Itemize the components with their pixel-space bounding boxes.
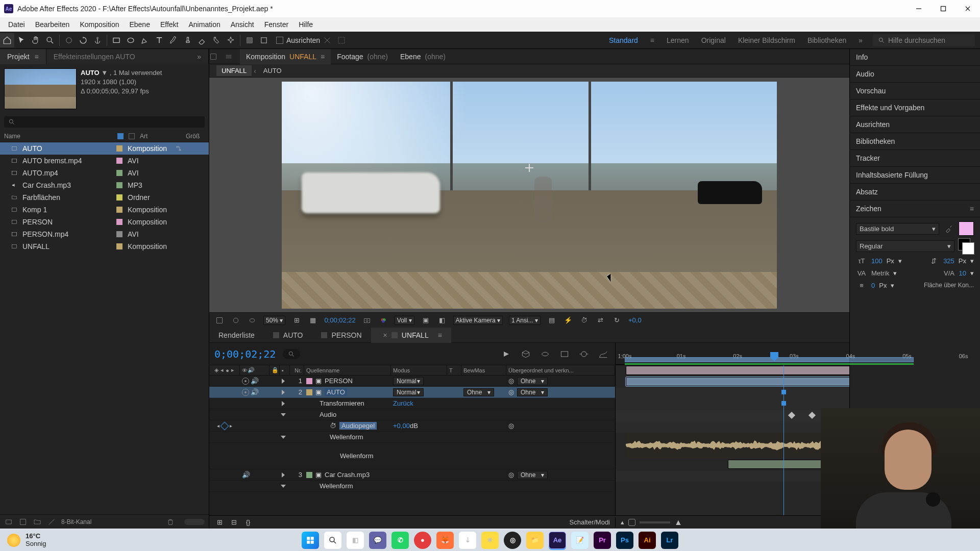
pickwhip-icon[interactable]: ◎ [508, 471, 514, 479]
stroke-fill-select[interactable]: Fläche über Kon... [924, 282, 974, 289]
adjust-icon[interactable] [47, 517, 56, 527]
panel-effects[interactable]: Effekte und Vorgaben [850, 99, 980, 116]
timeline-layer-row[interactable]: 🔊 3 ▣Car Crash.mp3 ◎Ohne ▾ [209, 469, 615, 481]
project-row[interactable]: UNFALL Komposition [0, 240, 209, 253]
taskbar-whatsapp[interactable]: ✆ [391, 532, 409, 549]
font-size-input[interactable]: 100 [871, 257, 883, 265]
workspace-standard[interactable]: Standard [609, 36, 638, 44]
timeline-button-icon[interactable]: ⏱ [579, 315, 590, 325]
project-row[interactable]: AUTO Komposition [0, 142, 209, 155]
twirl-icon[interactable] [281, 413, 286, 416]
taskbar-firefox[interactable]: 🦊 [436, 532, 454, 549]
project-row[interactable]: AUTO bremst.mp4 AVI [0, 155, 209, 167]
taskbar-explorer[interactable]: 📁 [526, 532, 544, 549]
trash-icon[interactable] [166, 517, 175, 527]
label-swatch[interactable] [116, 231, 122, 237]
rotate-tool[interactable] [76, 33, 90, 47]
roto-tool[interactable] [209, 33, 224, 47]
track-bar[interactable] [626, 366, 849, 375]
blend-mode-select[interactable]: Normal ▾ [393, 377, 424, 385]
menu-view[interactable]: Ansicht [226, 18, 259, 31]
interpret-footage-icon[interactable] [4, 517, 13, 527]
taskbar-photoshop[interactable]: Ps [616, 532, 633, 549]
anchor-tool[interactable] [90, 33, 105, 47]
label-swatch[interactable] [116, 194, 122, 201]
menu-window[interactable]: Fenster [259, 18, 293, 31]
mask-toggle-icon[interactable] [247, 315, 257, 325]
taskbar-chat[interactable]: 💬 [369, 532, 386, 549]
workspace-learn[interactable]: Lernen [667, 36, 689, 44]
kf-prev-icon[interactable]: ◂ [217, 423, 219, 429]
orbit-tool[interactable] [62, 33, 76, 47]
taskbar-taskview[interactable]: ◧ [347, 532, 364, 549]
home-tool[interactable] [0, 33, 14, 47]
reset-link[interactable]: Zurück [393, 399, 413, 407]
fill-swatch[interactable] [242, 33, 257, 47]
composition-viewer-tab[interactable]: Komposition UNFALL ≡ [240, 49, 331, 64]
taskbar-obs[interactable]: ◎ [504, 532, 521, 549]
parent-select[interactable]: Ohne ▾ [517, 388, 548, 396]
twirl-icon[interactable] [281, 436, 286, 439]
project-column-header[interactable]: Name Art Größ [0, 131, 209, 142]
pickwhip-icon[interactable]: ◎ [508, 377, 514, 385]
keyframe-icon[interactable] [808, 412, 816, 419]
workspace-original[interactable]: Original [701, 36, 726, 44]
eye-icon[interactable] [242, 389, 249, 396]
crumb-auto[interactable]: AUTO [258, 65, 287, 76]
speaker-icon[interactable]: 🔊 [242, 471, 250, 479]
panel-info[interactable]: Info [850, 49, 980, 66]
taskbar-app2[interactable]: ☀ [481, 532, 499, 549]
timeline-layer-row[interactable]: 🔊 2 ▣AUTO Normal ▾ Ohne ▾ ◎Ohne ▾ [209, 387, 615, 398]
ellipse-tool[interactable] [124, 33, 138, 47]
panel-libraries[interactable]: Bibliotheken [850, 133, 980, 150]
label-swatch[interactable] [116, 170, 122, 176]
label-swatch[interactable] [116, 182, 122, 188]
resolution-select[interactable]: Voll ▾ [395, 316, 414, 325]
layer-viewer-tab[interactable]: Ebene (ohne) [394, 49, 452, 64]
speaker-icon[interactable]: 🔊 [251, 388, 259, 396]
camera-select[interactable]: Aktive Kamera ▾ [453, 316, 503, 325]
eraser-tool[interactable] [195, 33, 209, 47]
workspace-libraries[interactable]: Bibliotheken [807, 36, 846, 44]
playhead-line[interactable] [783, 365, 784, 515]
menu-layer[interactable]: Ebene [124, 18, 155, 31]
eyedropper-icon[interactable] [943, 224, 954, 233]
taskbar-app3[interactable]: 📝 [571, 532, 589, 549]
label-swatch[interactable] [116, 145, 122, 152]
prop-waveform[interactable]: Wellenform [209, 432, 615, 443]
menu-animation[interactable]: Animation [183, 18, 225, 31]
leading-input[interactable]: 325 [943, 257, 954, 265]
project-item-list[interactable]: AUTO Komposition AUTO bremst.mp4 AVI AUT… [0, 142, 209, 514]
stroke-swatch[interactable] [257, 33, 271, 47]
stamp-tool[interactable] [181, 33, 195, 47]
speaker-icon[interactable]: 🔊 [251, 377, 259, 385]
tl-tab-render[interactable]: Renderliste [209, 328, 264, 343]
transp-grid-icon[interactable]: ▣ [421, 315, 431, 325]
composition-viewer[interactable] [209, 78, 849, 312]
panel-tracker[interactable]: Tracker [850, 150, 980, 167]
prop-audiolevel[interactable]: ◂▸ ⏱Audiopegel +0,00dB ◎ [209, 420, 615, 432]
label-swatch[interactable] [116, 207, 122, 213]
brush-tool[interactable] [166, 33, 181, 47]
tl-tab-unfall[interactable]: ×UNFALL≡ [371, 328, 451, 343]
toggle-transfer-icon[interactable]: ⊟ [229, 517, 239, 528]
switch-mode-label[interactable]: Schalter/Modi [570, 518, 610, 526]
project-row[interactable]: Komp 1 Komposition [0, 204, 209, 216]
exposure-value[interactable]: +0,0 [628, 316, 642, 324]
prop-transform[interactable]: Transformieren Zurück [209, 398, 615, 409]
panel-character[interactable]: Zeichen≡ [850, 201, 980, 217]
label-swatch[interactable] [116, 243, 122, 249]
project-search-toggle[interactable] [184, 519, 205, 525]
comp-flow-toggle[interactable] [209, 53, 225, 61]
kf-next-icon[interactable]: ▸ [230, 423, 232, 429]
new-comp-icon[interactable] [18, 517, 28, 527]
taskbar-illustrator[interactable]: Ai [639, 532, 656, 549]
project-search-input[interactable] [4, 116, 205, 128]
workspace-small[interactable]: Kleiner Bildschirm [738, 36, 795, 44]
toggle-switches-icon[interactable]: ⊞ [214, 517, 225, 528]
taskbar-app1[interactable]: ⇣ [459, 532, 476, 549]
views-select[interactable]: 1 Ansi... ▾ [509, 316, 541, 325]
prop-waveform[interactable]: Wellenform [209, 481, 615, 492]
taskbar-aftereffects[interactable]: Ae [549, 532, 566, 549]
timeline-current-time[interactable]: 0;00;02;22 [214, 348, 276, 360]
